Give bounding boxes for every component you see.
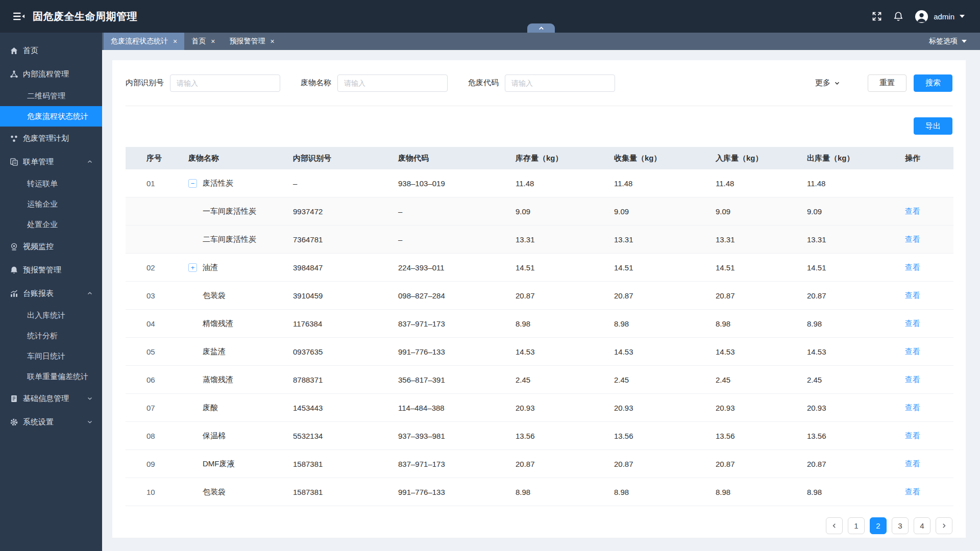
- table-row: 02+油渣3984847224–393–01114.5114.5114.5114…: [126, 254, 953, 282]
- tab-3[interactable]: 预报警管理×: [222, 33, 281, 50]
- tab-close-icon[interactable]: ×: [270, 38, 274, 45]
- sidebar-subitem[interactable]: 出入库统计: [0, 305, 102, 325]
- page-button-4[interactable]: 4: [914, 517, 930, 534]
- tab-options-label: 标签选项: [929, 37, 958, 46]
- page-button-3[interactable]: 3: [892, 517, 909, 534]
- column-header: 入库量（kg）: [709, 147, 800, 169]
- next-page-button[interactable]: [936, 517, 952, 534]
- inbound-qty: 20.93: [709, 394, 800, 422]
- tabbar: 危废流程状态统计×首页×预报警管理× 标签选项: [102, 33, 980, 50]
- sidebar-subitem-label: 出入库统计: [27, 311, 65, 320]
- collapse-tabs-handle[interactable]: [527, 23, 555, 33]
- sidebar-subitem[interactable]: 联单重量偏差统计: [0, 366, 102, 387]
- view-link[interactable]: 查看: [905, 487, 920, 496]
- collapse-row-icon[interactable]: −: [188, 179, 197, 188]
- view-link[interactable]: 查看: [905, 235, 920, 243]
- sidebar-subitem[interactable]: 车间日统计: [0, 346, 102, 366]
- tab-list: 危废流程状态统计×首页×预报警管理×: [104, 33, 282, 50]
- waste-code: 991–776–133: [391, 478, 509, 506]
- tab-1[interactable]: 危废流程状态统计×: [104, 33, 184, 50]
- home-icon: [9, 46, 18, 55]
- waste-name-input[interactable]: [337, 74, 448, 92]
- internal-id: 9937472: [286, 197, 391, 226]
- expand-row-icon[interactable]: +: [188, 263, 197, 272]
- fullscreen-icon[interactable]: [872, 11, 882, 21]
- sidebar-item[interactable]: 危废管理计划: [0, 127, 102, 150]
- inbound-qty: 20.87: [709, 282, 800, 310]
- waste-code-input[interactable]: [505, 74, 615, 92]
- row-index: 10: [126, 478, 182, 506]
- view-link[interactable]: 查看: [905, 263, 920, 271]
- table-row: 08保温棉5532134937–393–98113.5613.5613.5613…: [126, 422, 953, 450]
- outbound-qty: 9.09: [800, 197, 898, 226]
- tab-2[interactable]: 首页×: [184, 33, 222, 50]
- chevron-down-icon: [87, 395, 93, 402]
- sidebar-item[interactable]: 首页: [0, 39, 102, 62]
- more-filters-button[interactable]: 更多: [815, 78, 840, 88]
- notifications-bell-icon[interactable]: [893, 11, 903, 21]
- caret-down-icon: [960, 15, 965, 18]
- chevron-up-icon: [87, 290, 93, 296]
- tab-close-icon[interactable]: ×: [211, 38, 215, 45]
- view-link[interactable]: 查看: [905, 431, 920, 440]
- collected-qty: 20.87: [607, 450, 709, 478]
- view-link[interactable]: 查看: [905, 403, 920, 412]
- chevron-down-icon: [834, 80, 840, 86]
- column-header: 序号: [126, 147, 182, 169]
- column-header: 操作: [898, 147, 953, 169]
- sidebar-subitem-label: 统计分析: [27, 331, 58, 341]
- search-button[interactable]: 搜索: [914, 74, 952, 92]
- sidebar-item[interactable]: 系统设置: [0, 410, 102, 434]
- table-row: 05废盐渣0937635991–776–13314.5314.5314.5314…: [126, 338, 953, 366]
- sidebar-item-label: 预报警管理: [23, 265, 61, 275]
- view-link[interactable]: 查看: [905, 291, 920, 299]
- prev-page-button[interactable]: [826, 517, 843, 534]
- collected-qty: 13.56: [607, 422, 709, 450]
- tab-close-icon[interactable]: ×: [173, 38, 177, 45]
- export-button[interactable]: 导出: [914, 117, 952, 135]
- user-menu[interactable]: admin: [915, 10, 965, 23]
- waste-name-cell: 精馏残渣: [182, 310, 286, 338]
- sidebar-item[interactable]: 内部流程管理: [0, 62, 102, 86]
- action-cell: 查看: [898, 197, 953, 226]
- tab-options-button[interactable]: 标签选项: [929, 33, 980, 50]
- sidebar-subitem[interactable]: 运输企业: [0, 194, 102, 214]
- sidebar-item[interactable]: 预报警管理: [0, 258, 102, 282]
- view-link[interactable]: 查看: [905, 207, 920, 215]
- sidebar-subitem[interactable]: 转运联单: [0, 173, 102, 194]
- view-link[interactable]: 查看: [905, 375, 920, 384]
- view-link[interactable]: 查看: [905, 319, 920, 328]
- action-cell: 查看: [898, 366, 953, 394]
- tab-label: 首页: [191, 37, 206, 46]
- row-index: 05: [126, 338, 182, 366]
- view-link[interactable]: 查看: [905, 347, 920, 356]
- internal-id-input[interactable]: [170, 74, 280, 92]
- sidebar-item[interactable]: 联单管理: [0, 150, 102, 173]
- table-row: 07废酸1453443114–484–38820.9320.9320.9320.…: [126, 394, 953, 422]
- waste-code: 837–971–173: [391, 310, 509, 338]
- reset-button[interactable]: 重置: [868, 74, 906, 92]
- sidebar-item[interactable]: 视频监控: [0, 235, 102, 258]
- sidebar-item[interactable]: 基础信息管理: [0, 387, 102, 410]
- waste-name-cell: 一车间废活性炭: [182, 197, 286, 226]
- action-cell: 查看: [898, 478, 953, 506]
- collapse-sidebar-icon[interactable]: [13, 12, 24, 21]
- sidebar-subitem[interactable]: 危废流程状态统计: [0, 106, 102, 127]
- tab-label: 预报警管理: [229, 37, 265, 46]
- page-button-2[interactable]: 2: [870, 517, 887, 534]
- sidebar-subitem[interactable]: 处置企业: [0, 214, 102, 235]
- avatar: [915, 10, 928, 23]
- view-link[interactable]: 查看: [905, 459, 920, 468]
- gear-icon: [9, 417, 18, 427]
- field-label: 危废代码: [468, 78, 499, 88]
- waste-name: 蒸馏残渣: [203, 375, 233, 385]
- collected-qty: 14.53: [607, 338, 709, 366]
- sidebar-subitem[interactable]: 统计分析: [0, 325, 102, 346]
- table-row: 06蒸馏残渣8788371356–817–3912.452.452.452.45…: [126, 366, 953, 394]
- page-button-1[interactable]: 1: [848, 517, 865, 534]
- sidebar-item[interactable]: 台账报表: [0, 282, 102, 305]
- sidebar-subitem-label: 处置企业: [27, 220, 58, 230]
- search-form: 内部识别号 废物名称 危废代码 更多: [126, 60, 952, 106]
- action-cell: 查看: [898, 282, 953, 310]
- sidebar-subitem[interactable]: 二维码管理: [0, 86, 102, 106]
